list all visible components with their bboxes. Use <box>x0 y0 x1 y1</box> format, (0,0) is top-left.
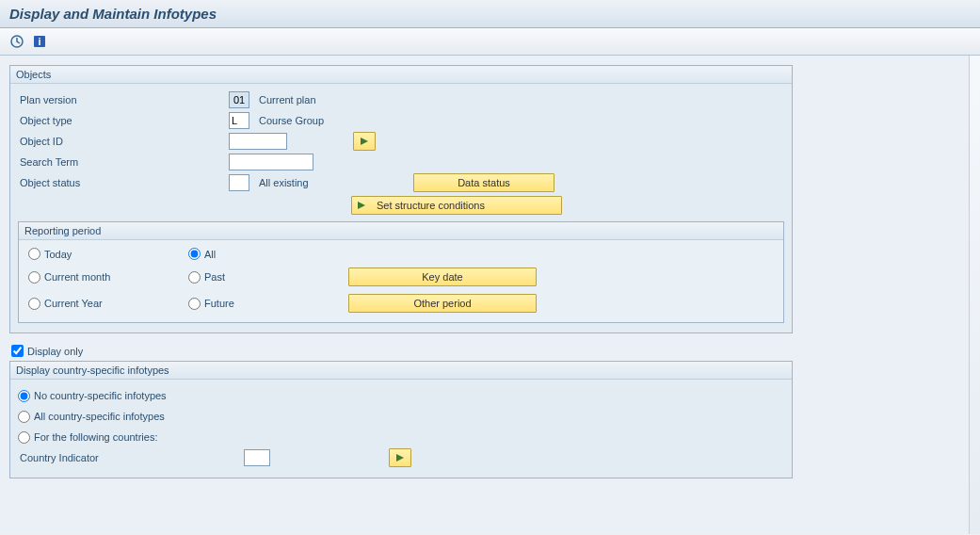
execute-icon[interactable] <box>8 32 26 51</box>
country-group-title: Display country-specific infotypes <box>10 362 792 380</box>
content-area: © www.tutorialkart.com Objects Plan vers… <box>0 56 980 534</box>
radio-country-following-label: For the following countries: <box>34 431 157 443</box>
objects-group: Objects Plan version Current plan Object… <box>9 65 793 333</box>
object-type-label: Object type <box>18 115 225 126</box>
radio-future[interactable] <box>188 298 201 310</box>
radio-country-none-label: No country-specific infotypes <box>34 390 167 401</box>
reporting-period-title: Reporting period <box>19 222 783 240</box>
radio-country-following[interactable] <box>18 431 30 444</box>
radio-future-item[interactable]: Future <box>188 298 348 310</box>
plan-version-label: Plan version <box>18 94 225 105</box>
search-term-input[interactable] <box>229 154 313 170</box>
radio-current-year-label: Current Year <box>44 298 103 309</box>
object-status-input[interactable] <box>229 174 249 191</box>
radio-current-month-item[interactable]: Current month <box>28 271 188 284</box>
arrow-right-icon <box>356 200 367 211</box>
radio-future-label: Future <box>204 298 234 309</box>
radio-country-none-item[interactable]: No country-specific infotypes <box>18 390 167 402</box>
objects-group-title: Objects <box>10 66 792 84</box>
country-indicator-multiselect-button[interactable] <box>389 448 411 467</box>
object-type-desc: Course Group <box>253 115 324 126</box>
radio-today-item[interactable]: Today <box>28 248 188 260</box>
search-term-label: Search Term <box>18 156 225 168</box>
radio-past-item[interactable]: Past <box>188 271 348 284</box>
radio-past[interactable] <box>188 271 201 284</box>
info-icon[interactable]: i <box>30 32 49 51</box>
svg-text:i: i <box>38 36 40 47</box>
set-structure-label: Set structure conditions <box>377 200 485 211</box>
set-structure-button[interactable]: Set structure conditions <box>351 196 562 215</box>
radio-current-year-item[interactable]: Current Year <box>28 298 188 310</box>
display-only-checkbox[interactable] <box>11 345 24 357</box>
object-status-label: Object status <box>18 177 225 188</box>
object-status-desc: All existing <box>253 177 410 188</box>
radio-all-label: All <box>204 249 216 260</box>
radio-all-item[interactable]: All <box>188 248 348 260</box>
plan-version-input[interactable] <box>229 91 249 108</box>
object-id-multiselect-button[interactable] <box>353 132 376 151</box>
data-status-button[interactable]: Data status <box>413 173 554 192</box>
page-title: Display and Maintain Infotypes <box>0 0 980 28</box>
radio-today-label: Today <box>44 249 72 260</box>
object-type-input[interactable] <box>229 112 249 129</box>
right-margin <box>969 56 980 534</box>
radio-country-none[interactable] <box>18 390 30 402</box>
country-group: Display country-specific infotypes No co… <box>9 361 793 478</box>
toolbar: i <box>0 28 980 56</box>
radio-today[interactable] <box>28 248 40 260</box>
radio-past-label: Past <box>204 271 225 283</box>
radio-current-year[interactable] <box>28 298 40 310</box>
country-indicator-label: Country Indicator <box>18 452 240 463</box>
display-only-label: Display only <box>27 346 83 357</box>
object-id-label: Object ID <box>18 136 225 147</box>
radio-all[interactable] <box>188 248 201 260</box>
reporting-period-group: Reporting period Today All Current month <box>18 221 784 323</box>
radio-country-all-item[interactable]: All country-specific infotypes <box>18 411 165 423</box>
radio-country-all[interactable] <box>18 411 30 423</box>
key-date-button[interactable]: Key date <box>348 268 537 286</box>
plan-version-desc: Current plan <box>253 94 316 105</box>
radio-country-following-item[interactable]: For the following countries: <box>18 431 157 444</box>
radio-current-month[interactable] <box>28 271 40 284</box>
radio-country-all-label: All country-specific infotypes <box>34 411 165 422</box>
radio-current-month-label: Current month <box>44 271 110 283</box>
other-period-button[interactable]: Other period <box>348 294 537 313</box>
object-id-input[interactable] <box>229 133 287 150</box>
country-indicator-input[interactable] <box>244 449 270 466</box>
